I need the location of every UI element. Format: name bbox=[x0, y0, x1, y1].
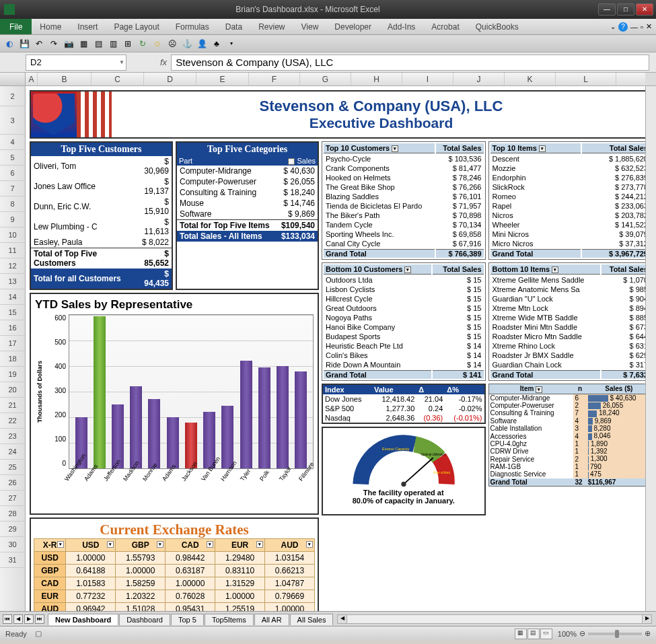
col-header-F[interactable]: F bbox=[249, 73, 300, 85]
row-header[interactable]: 25 bbox=[0, 460, 25, 475]
worksheet[interactable]: Stevenson & Company (USA), LLC Executive… bbox=[26, 86, 656, 611]
row-header[interactable]: 31 bbox=[0, 552, 25, 568]
formula-bar[interactable]: Stevenson & Company (USA), LLC bbox=[171, 55, 649, 71]
fx-label[interactable]: fx bbox=[160, 57, 167, 67]
qat-undo-icon[interactable]: ↶ bbox=[34, 38, 44, 49]
filter-icon[interactable]: ▾ bbox=[107, 541, 114, 548]
qat-person-icon[interactable]: 👤 bbox=[196, 38, 207, 49]
sheet-tab[interactable]: New Dashboard bbox=[48, 614, 118, 625]
col-header-B[interactable]: B bbox=[38, 73, 92, 85]
sheet-tab[interactable]: Top 5 bbox=[171, 614, 204, 625]
row-header[interactable]: 17 bbox=[0, 336, 25, 351]
filter-icon[interactable]: ▾ bbox=[404, 266, 411, 273]
filter-icon[interactable]: ▾ bbox=[57, 541, 64, 548]
tab-nav-next[interactable]: ▶ bbox=[24, 614, 34, 624]
row-header[interactable]: 2 bbox=[0, 86, 25, 106]
vertical-scrollbar[interactable] bbox=[645, 86, 656, 611]
tab-page-layout[interactable]: Page Layout bbox=[106, 22, 167, 32]
row-header[interactable]: 3 bbox=[0, 106, 25, 135]
macro-record-icon[interactable]: ▢ bbox=[35, 629, 42, 638]
doc-restore-icon[interactable]: ▫ bbox=[641, 23, 643, 31]
sheet-tab[interactable]: Dashboard bbox=[119, 614, 170, 625]
row-header[interactable]: 12 bbox=[0, 258, 25, 274]
col-header-L[interactable]: L bbox=[556, 73, 616, 85]
row-header[interactable]: 28 bbox=[0, 506, 25, 522]
row-header[interactable]: 9 bbox=[0, 212, 25, 227]
qat-tree-icon[interactable]: ♣ bbox=[211, 38, 222, 49]
filter-icon[interactable]: ▾ bbox=[288, 158, 295, 165]
zoom-level[interactable]: 100% bbox=[558, 630, 577, 638]
row-header[interactable]: 6 bbox=[0, 166, 25, 181]
row-header[interactable]: 10 bbox=[0, 227, 25, 243]
filter-icon[interactable]: ▾ bbox=[256, 541, 263, 548]
filter-icon[interactable]: ▾ bbox=[157, 541, 163, 548]
tab-review[interactable]: Review bbox=[250, 22, 293, 32]
help-icon[interactable]: ? bbox=[618, 22, 628, 32]
qat-anchor-icon[interactable]: ⚓ bbox=[182, 38, 192, 49]
tab-developer[interactable]: Developer bbox=[326, 22, 379, 32]
select-all-button[interactable] bbox=[0, 73, 26, 85]
tab-acrobat[interactable]: Acrobat bbox=[423, 22, 467, 32]
sheet-tab[interactable]: Top5Items bbox=[205, 614, 254, 625]
horizontal-scrollbar[interactable]: ◀▶ bbox=[337, 614, 652, 624]
name-box-dropdown-icon[interactable]: ▼ bbox=[119, 59, 124, 65]
normal-view-button[interactable]: ▦ bbox=[515, 629, 527, 639]
col-header-H[interactable]: H bbox=[351, 73, 402, 85]
row-header[interactable]: 26 bbox=[0, 475, 25, 491]
filter-icon[interactable]: ▾ bbox=[392, 145, 398, 152]
qat-save-icon[interactable]: 💾 bbox=[19, 38, 30, 49]
page-layout-view-button[interactable]: ▤ bbox=[527, 629, 540, 639]
qat-icon-3[interactable]: ▥ bbox=[108, 38, 118, 49]
qat-icon-2[interactable]: ▤ bbox=[93, 38, 104, 49]
file-tab[interactable]: File bbox=[0, 19, 32, 34]
doc-close-icon[interactable]: ✕ bbox=[646, 22, 652, 31]
row-header[interactable]: 23 bbox=[0, 429, 25, 444]
page-break-view-button[interactable]: ▭ bbox=[540, 629, 552, 639]
row-header[interactable]: 11 bbox=[0, 243, 25, 258]
qat-dropdown-icon[interactable]: ▾ bbox=[226, 38, 237, 49]
close-button[interactable]: ✕ bbox=[636, 3, 653, 15]
sheet-tab[interactable]: All AR bbox=[254, 614, 289, 625]
col-header-G[interactable]: G bbox=[300, 73, 351, 85]
qat-refresh-icon[interactable]: ↻ bbox=[137, 38, 148, 49]
row-header[interactable]: 15 bbox=[0, 305, 25, 320]
tab-data[interactable]: Data bbox=[217, 22, 250, 32]
row-header[interactable]: 22 bbox=[0, 413, 25, 429]
qat-redo-icon[interactable]: ↷ bbox=[48, 38, 59, 49]
tab-nav-first[interactable]: ⏮ bbox=[3, 614, 12, 624]
ribbon-customize-icon[interactable]: ⌄ bbox=[610, 23, 616, 30]
col-header-J[interactable]: J bbox=[453, 73, 505, 85]
sheet-tab[interactable]: All Sales bbox=[290, 614, 334, 625]
zoom-out-button[interactable]: ⊖ bbox=[579, 629, 585, 638]
qat-icon-4[interactable]: ⊞ bbox=[122, 38, 133, 49]
tab-addins[interactable]: Add-Ins bbox=[379, 22, 423, 32]
row-header[interactable]: 14 bbox=[0, 289, 25, 305]
row-header[interactable]: 24 bbox=[0, 444, 25, 460]
row-header[interactable]: 21 bbox=[0, 398, 25, 413]
row-header[interactable]: 5 bbox=[0, 150, 25, 166]
maximize-button[interactable]: □ bbox=[617, 3, 634, 15]
row-header[interactable]: 8 bbox=[0, 196, 25, 212]
col-header-I[interactable]: I bbox=[402, 73, 453, 85]
doc-minimize-icon[interactable]: — bbox=[630, 23, 638, 31]
zoom-slider[interactable] bbox=[588, 633, 642, 635]
row-header[interactable]: 30 bbox=[0, 537, 25, 552]
tab-view[interactable]: View bbox=[293, 22, 327, 32]
zoom-in-button[interactable]: ⊕ bbox=[645, 629, 651, 638]
row-header[interactable]: 13 bbox=[0, 274, 25, 289]
minimize-button[interactable]: — bbox=[598, 3, 616, 15]
row-header[interactable]: 19 bbox=[0, 367, 25, 382]
qat-smiley-icon[interactable]: ☺ bbox=[152, 38, 163, 49]
qat-icon-1[interactable]: ▦ bbox=[78, 38, 89, 49]
row-header[interactable]: 16 bbox=[0, 320, 25, 336]
qat-sad-icon[interactable]: ☹ bbox=[167, 38, 178, 49]
col-header-C[interactable]: C bbox=[92, 73, 144, 85]
col-header-K[interactable]: K bbox=[505, 73, 556, 85]
col-header-E[interactable]: E bbox=[196, 73, 249, 85]
filter-icon[interactable]: ▾ bbox=[306, 541, 313, 548]
filter-icon[interactable]: ▾ bbox=[552, 266, 558, 273]
tab-nav-prev[interactable]: ◀ bbox=[13, 614, 23, 624]
qat-new-icon[interactable]: ◐ bbox=[4, 38, 15, 49]
tab-nav-last[interactable]: ⏭ bbox=[35, 614, 44, 624]
row-header[interactable]: 29 bbox=[0, 522, 25, 537]
